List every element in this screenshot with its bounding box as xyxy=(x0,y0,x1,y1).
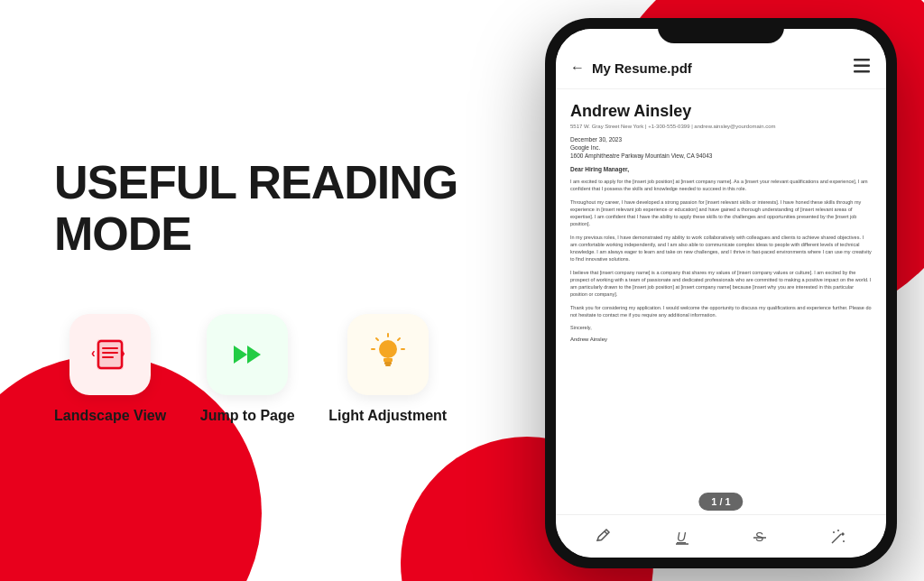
page-indicator: 1 / 1 xyxy=(698,493,743,511)
jump-icon-wrapper xyxy=(207,314,288,395)
svg-rect-19 xyxy=(854,65,870,68)
pen-icon xyxy=(595,528,613,546)
resume-para-4: I believe that [insert company name] is … xyxy=(570,269,872,299)
menu-button[interactable] xyxy=(852,56,872,79)
landscape-label: Landscape View xyxy=(54,408,166,424)
feature-light[interactable]: Light Adjustment xyxy=(328,314,447,424)
svg-rect-10 xyxy=(383,358,393,362)
strikethrough-icon: S xyxy=(751,528,769,546)
left-panel: USEFUL READING MODE ‹ › Landscape View xyxy=(0,0,541,581)
svg-text:›: › xyxy=(121,346,125,360)
underline-icon: U xyxy=(673,528,691,546)
svg-rect-0 xyxy=(97,339,124,370)
back-button[interactable]: ← xyxy=(570,60,585,76)
main-title: USEFUL READING MODE xyxy=(54,157,505,260)
phone-notch xyxy=(658,18,784,43)
resume-para-5: Thank you for considering my application… xyxy=(570,304,872,319)
svg-line-26 xyxy=(832,534,841,543)
svg-rect-12 xyxy=(385,364,391,366)
magic-button[interactable] xyxy=(826,524,851,549)
svg-rect-20 xyxy=(854,70,870,73)
magic-icon xyxy=(829,528,847,546)
svg-line-16 xyxy=(376,338,378,340)
resume-address: 1600 Amphitheatre Parkway Mountain View,… xyxy=(570,152,872,159)
phone-screen: ← My Resume.pdf Andrew Ainsley 5517 W. G… xyxy=(556,29,886,558)
resume-para-1: I am excited to apply for the [insert jo… xyxy=(570,178,872,193)
pdf-header-left: ← My Resume.pdf xyxy=(570,60,692,76)
svg-point-28 xyxy=(833,531,835,533)
svg-text:S: S xyxy=(755,530,763,544)
resume-name: Andrew Ainsley xyxy=(570,102,872,121)
strikethrough-button[interactable]: S xyxy=(747,524,772,549)
resume-signature: Andrew Ainsley xyxy=(570,337,872,342)
svg-text:‹: ‹ xyxy=(91,346,96,360)
svg-text:U: U xyxy=(677,530,687,544)
features-row: ‹ › Landscape View Jump to Page xyxy=(54,314,447,424)
landscape-icon-wrapper: ‹ › xyxy=(69,314,151,395)
resume-closing: Sincerely, xyxy=(570,324,872,331)
resume-company: Google Inc. xyxy=(570,144,872,151)
jump-icon xyxy=(225,332,270,377)
svg-line-21 xyxy=(605,531,607,534)
pdf-toolbar: U S xyxy=(556,514,886,558)
svg-point-29 xyxy=(843,540,845,542)
light-icon-wrapper xyxy=(347,314,429,395)
svg-line-14 xyxy=(398,338,400,340)
underline-button[interactable]: U xyxy=(670,524,695,549)
resume-para-2: Throughout my career, I have developed a… xyxy=(570,198,872,228)
light-label: Light Adjustment xyxy=(328,408,447,424)
resume-contact: 5517 W. Gray Street New York | +1-300-55… xyxy=(570,124,872,129)
pdf-content: Andrew Ainsley 5517 W. Gray Street New Y… xyxy=(556,89,886,519)
jump-label: Jump to Page xyxy=(200,408,295,424)
svg-point-9 xyxy=(379,340,397,358)
pdf-title: My Resume.pdf xyxy=(592,60,692,76)
resume-para-3: In my previous roles, I have demonstrate… xyxy=(570,234,872,263)
resume-date: December 30, 2023 xyxy=(570,136,872,143)
feature-landscape[interactable]: ‹ › Landscape View xyxy=(54,314,166,424)
pen-button[interactable] xyxy=(591,524,616,549)
landscape-icon: ‹ › xyxy=(88,332,133,377)
svg-point-30 xyxy=(837,530,839,531)
svg-rect-18 xyxy=(854,59,870,61)
feature-jump[interactable]: Jump to Page xyxy=(193,314,301,424)
light-icon xyxy=(365,332,411,377)
phone-body: ← My Resume.pdf Andrew Ainsley 5517 W. G… xyxy=(545,18,897,568)
svg-rect-11 xyxy=(384,362,392,364)
phone-mockup: ← My Resume.pdf Andrew Ainsley 5517 W. G… xyxy=(545,18,897,568)
svg-marker-7 xyxy=(234,346,247,364)
menu-icon xyxy=(852,56,872,76)
svg-marker-8 xyxy=(247,346,261,364)
svg-marker-27 xyxy=(841,532,845,536)
resume-greeting: Dear Hiring Manager, xyxy=(570,166,872,172)
